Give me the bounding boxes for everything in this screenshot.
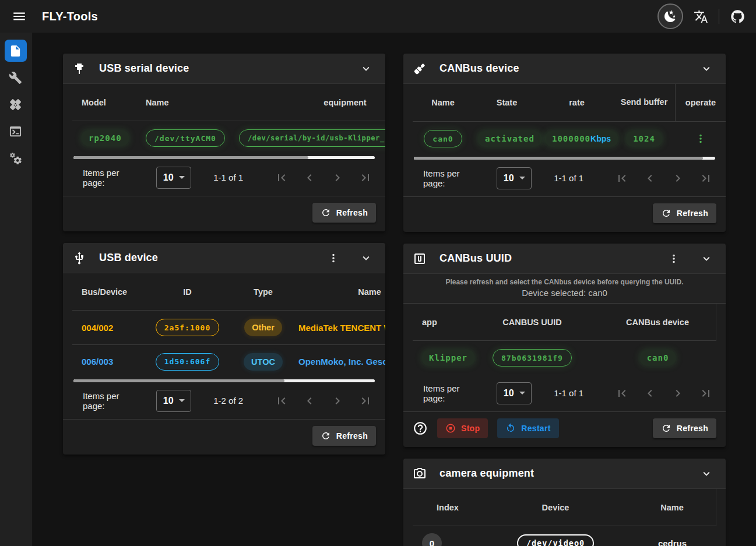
collapse-chevron-icon[interactable] <box>360 62 372 75</box>
card-menu-button[interactable] <box>667 252 680 265</box>
caret-down-icon <box>519 177 525 179</box>
prev-page-button[interactable] <box>636 171 664 185</box>
page-size-select[interactable]: 10 <box>497 382 532 404</box>
stop-circle-icon <box>445 423 456 434</box>
topbar-divider <box>719 9 719 24</box>
dots-vertical-icon <box>694 132 707 145</box>
device-selected-text: Device selected: can0 <box>409 288 720 298</box>
usb-device-card-header: USB device <box>63 243 385 273</box>
first-page-button[interactable] <box>608 386 636 400</box>
refresh-button[interactable]: Refresh <box>312 203 376 223</box>
card-title: USB serial device <box>99 62 189 75</box>
last-page-button[interactable] <box>692 171 720 185</box>
column-header: Send buffer <box>613 96 675 109</box>
uuid-chip: 87b0631981f9 <box>493 349 572 367</box>
page-range-label: 1-2 of 2 <box>213 396 243 406</box>
usb-id-chip: 2a5f:1000 <box>156 319 219 336</box>
column-header: CANBus device <box>599 318 716 327</box>
column-header: State <box>473 98 540 107</box>
page-size-select[interactable]: 10 <box>497 167 532 189</box>
camera-device-chip: /dev/video0 <box>517 534 594 546</box>
refresh-button[interactable]: Refresh <box>653 418 716 438</box>
cable-icon <box>413 62 427 76</box>
collapse-chevron-icon[interactable] <box>360 252 372 265</box>
horizontal-scrollbar[interactable] <box>73 156 375 159</box>
stop-button[interactable]: Stop <box>437 418 488 438</box>
column-header: ID <box>142 287 233 297</box>
sidebar-item-device-search[interactable] <box>5 40 27 62</box>
horizontal-scrollbar[interactable] <box>414 157 715 160</box>
horizontal-scrollbar[interactable] <box>73 379 375 382</box>
bus-device-value: 004/002 <box>72 323 142 333</box>
refresh-icon <box>661 208 671 219</box>
last-page-button[interactable] <box>351 394 379 408</box>
camera-name-value: cedrus <box>628 538 716 546</box>
send-buffer-value: 1024 <box>626 131 662 146</box>
first-page-button[interactable] <box>268 394 296 408</box>
sidebar-item-terminal[interactable] <box>5 120 27 142</box>
usb-icon <box>72 251 86 265</box>
next-page-button[interactable] <box>324 171 351 185</box>
uuid-note: Please refresh and select the CANbus dev… <box>403 274 726 304</box>
sidebar-item-tools[interactable] <box>5 66 27 89</box>
next-page-button[interactable] <box>664 171 692 185</box>
activity-sidebar <box>0 33 31 546</box>
column-header: operate <box>675 84 726 121</box>
github-button[interactable] <box>730 9 746 24</box>
usb-device-card: USB device Bus/Device ID Type <box>63 243 385 455</box>
table-header-row: app CANBUS UUID CANBus device <box>413 304 716 341</box>
wrench-icon <box>9 71 22 84</box>
last-page-button[interactable] <box>351 171 379 185</box>
refresh-button[interactable]: Refresh <box>653 203 716 223</box>
translate-button[interactable] <box>694 9 708 24</box>
collapse-chevron-icon[interactable] <box>700 62 713 75</box>
model-value: rp2040 <box>82 131 129 146</box>
column-header: Name <box>141 98 234 107</box>
help-circle-icon <box>413 421 428 436</box>
refresh-icon <box>321 431 331 441</box>
prev-page-button[interactable] <box>296 171 324 185</box>
collapse-chevron-icon[interactable] <box>700 467 713 480</box>
dark-theme-toggle-button[interactable] <box>657 3 683 29</box>
usb-type-chip: UTOC <box>244 353 283 371</box>
usb-serial-table: Model Name equipment rp2040 /dev/ttyACM0… <box>63 84 385 155</box>
usb-serial-card-header: USB serial device <box>63 54 385 84</box>
restart-button[interactable]: Restart <box>497 418 558 438</box>
bus-device-value: 006/003 <box>72 357 142 367</box>
column-header: Index <box>413 503 483 512</box>
next-page-button[interactable] <box>664 386 692 400</box>
collapse-chevron-icon[interactable] <box>700 252 713 265</box>
next-page-button[interactable] <box>324 394 351 408</box>
table-header-row: Name State rate Send buffer operate <box>413 84 726 122</box>
dots-vertical-icon <box>327 252 340 265</box>
card-title: CANBus device <box>439 62 519 75</box>
device-name-chip: /dev/ttyACM0 <box>146 129 225 147</box>
table-row: rp2040 /dev/ttyACM0 /dev/serial/by-id/us… <box>72 121 385 155</box>
cogs-icon <box>9 152 22 165</box>
prev-page-button[interactable] <box>636 386 664 400</box>
card-title: CANBus UUID <box>439 252 512 265</box>
restart-icon <box>505 423 516 434</box>
caret-down-icon <box>179 176 185 179</box>
first-page-button[interactable] <box>608 171 636 185</box>
file-search-icon <box>9 44 22 58</box>
refresh-button[interactable]: Refresh <box>312 426 376 446</box>
dots-vertical-icon <box>667 252 680 265</box>
last-page-button[interactable] <box>692 386 720 400</box>
github-icon <box>730 9 746 24</box>
sidebar-item-flash[interactable] <box>5 93 27 115</box>
row-menu-button[interactable] <box>690 132 712 145</box>
menu-icon[interactable] <box>12 9 27 24</box>
canbus-uuid-card-header: CANBus UUID <box>403 244 726 274</box>
page-size-select[interactable]: 10 <box>156 167 191 189</box>
page-size-select[interactable]: 10 <box>156 390 191 412</box>
help-button[interactable] <box>413 421 428 436</box>
healing-icon <box>9 98 22 111</box>
canbus-uuid-card: CANBus UUID Please refresh and select th… <box>403 244 726 447</box>
card-menu-button[interactable] <box>327 252 340 265</box>
sidebar-item-settings[interactable] <box>5 147 27 169</box>
prev-page-button[interactable] <box>296 394 324 408</box>
first-page-button[interactable] <box>268 171 296 185</box>
canbus-uuid-table: app CANBUS UUID CANBus device Klipper 87… <box>403 304 726 375</box>
page-range-label: 1-1 of 1 <box>554 388 583 398</box>
